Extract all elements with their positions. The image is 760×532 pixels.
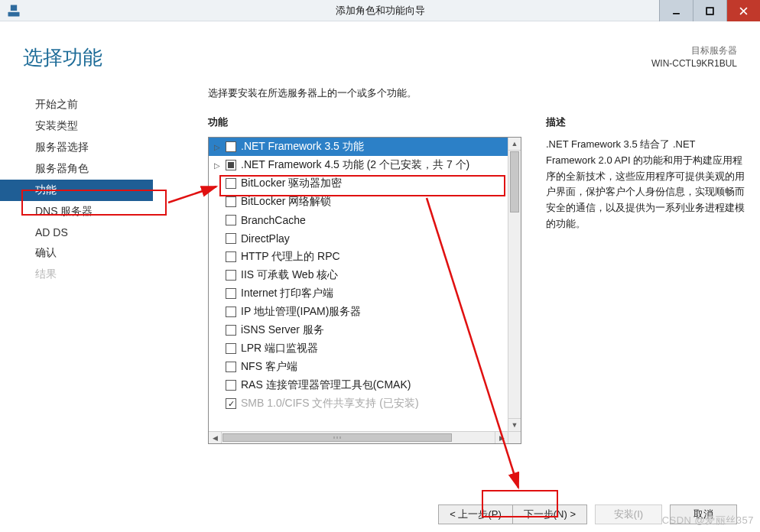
- back-button[interactable]: < 上一步(P): [438, 504, 513, 524]
- step-item[interactable]: DNS 服务器: [0, 201, 153, 222]
- feature-checkbox[interactable]: [226, 178, 236, 189]
- instruction-text: 选择要安装在所选服务器上的一个或多个功能。: [208, 86, 745, 100]
- target-server-label: 目标服务器: [651, 44, 737, 57]
- cancel-button[interactable]: 取消: [670, 504, 737, 524]
- feature-checkbox[interactable]: [226, 288, 236, 299]
- feature-item[interactable]: iSNS Server 服务: [209, 321, 508, 339]
- features-label: 功能: [208, 115, 521, 129]
- feature-item[interactable]: BitLocker 网络解锁: [209, 193, 508, 211]
- step-item[interactable]: 服务器角色: [0, 158, 153, 180]
- window-title: 添加角色和功能向导: [0, 4, 760, 18]
- minimize-button[interactable]: [659, 0, 693, 21]
- vertical-scroll-thumb[interactable]: [510, 151, 519, 212]
- feature-item[interactable]: DirectPlay: [209, 229, 508, 248]
- step-item[interactable]: 功能: [0, 180, 153, 201]
- svg-rect-1: [11, 5, 17, 11]
- horizontal-scroll-thumb[interactable]: [222, 433, 452, 442]
- feature-checkbox[interactable]: [226, 270, 236, 281]
- feature-label: HTTP 代理上的 RPC: [241, 250, 340, 264]
- feature-item[interactable]: IIS 可承载 Web 核心: [209, 266, 508, 284]
- close-button[interactable]: [726, 0, 760, 21]
- page-title: 选择功能: [23, 44, 102, 71]
- app-icon: [6, 3, 21, 18]
- feature-checkbox[interactable]: [226, 160, 236, 170]
- feature-checkbox[interactable]: [226, 325, 236, 336]
- feature-label: BranchCache: [241, 214, 306, 226]
- panel-row: 功能 ▷.NET Framework 3.5 功能▷.NET Framework…: [208, 115, 745, 444]
- feature-label: IIS 可承载 Web 核心: [241, 268, 338, 282]
- feature-checkbox[interactable]: [226, 196, 236, 207]
- description-label: 描述: [546, 115, 745, 129]
- body: 开始之前安装类型服务器选择服务器角色功能DNS 服务器AD DS确认结果 选择要…: [0, 79, 760, 444]
- page-header: 选择功能 目标服务器 WIN-CCTL9KR1BUL: [0, 21, 760, 79]
- page: 选择功能 目标服务器 WIN-CCTL9KR1BUL 开始之前安装类型服务器选择…: [0, 21, 760, 532]
- feature-checkbox[interactable]: [226, 233, 236, 244]
- feature-checkbox[interactable]: [226, 251, 236, 262]
- feature-label: NFS 客户端: [241, 360, 297, 374]
- install-button[interactable]: 安装(I): [595, 504, 662, 524]
- window-buttons: [659, 0, 760, 21]
- feature-label: .NET Framework 3.5 功能: [241, 140, 364, 154]
- target-server: 目标服务器 WIN-CCTL9KR1BUL: [651, 44, 737, 70]
- step-item: 结果: [0, 264, 153, 285]
- feature-item[interactable]: BitLocker 驱动器加密: [209, 174, 508, 193]
- feature-item[interactable]: NFS 客户端: [209, 358, 508, 376]
- scrollbar-corner: [508, 431, 521, 443]
- feature-item[interactable]: ▷.NET Framework 3.5 功能: [209, 138, 508, 156]
- feature-checkbox[interactable]: [226, 141, 236, 152]
- feature-item[interactable]: Internet 打印客户端: [209, 284, 508, 303]
- svg-rect-0: [8, 11, 20, 16]
- description-text: .NET Framework 3.5 结合了 .NET Framework 2.…: [546, 137, 745, 232]
- scroll-down-arrow[interactable]: ▼: [508, 418, 521, 431]
- feature-checkbox[interactable]: [226, 215, 236, 225]
- feature-item[interactable]: BranchCache: [209, 211, 508, 229]
- features-column: 功能 ▷.NET Framework 3.5 功能▷.NET Framework…: [208, 115, 521, 444]
- scroll-left-arrow[interactable]: ◀: [209, 432, 222, 443]
- scroll-right-arrow[interactable]: ▶: [495, 432, 508, 443]
- expand-icon[interactable]: ▷: [212, 141, 222, 152]
- features-list-inner: ▷.NET Framework 3.5 功能▷.NET Framework 4.…: [209, 138, 508, 431]
- feature-label: Internet 打印客户端: [241, 287, 333, 300]
- feature-item[interactable]: SMB 1.0/CIFS 文件共享支持 (已安装): [209, 394, 508, 413]
- step-item[interactable]: 服务器选择: [0, 137, 153, 158]
- feature-label: .NET Framework 4.5 功能 (2 个已安装，共 7 个): [241, 158, 469, 172]
- feature-label: SMB 1.0/CIFS 文件共享支持 (已安装): [241, 397, 419, 410]
- feature-checkbox[interactable]: [226, 380, 236, 391]
- feature-checkbox[interactable]: [226, 343, 236, 354]
- feature-label: BitLocker 驱动器加密: [241, 177, 342, 190]
- features-listbox[interactable]: ▷.NET Framework 3.5 功能▷.NET Framework 4.…: [208, 137, 521, 444]
- vertical-scrollbar[interactable]: ▲ ▼: [508, 138, 521, 431]
- scroll-up-arrow[interactable]: ▲: [508, 138, 521, 151]
- feature-checkbox[interactable]: [226, 398, 236, 409]
- feature-label: DirectPlay: [241, 232, 290, 245]
- feature-checkbox[interactable]: [226, 362, 236, 372]
- feature-item[interactable]: LPR 端口监视器: [209, 339, 508, 358]
- feature-item[interactable]: HTTP 代理上的 RPC: [209, 248, 508, 266]
- feature-item[interactable]: RAS 连接管理器管理工具包(CMAK): [209, 376, 508, 394]
- svg-rect-3: [706, 8, 713, 15]
- step-item[interactable]: AD DS: [0, 222, 153, 242]
- target-server-name: WIN-CCTL9KR1BUL: [651, 57, 737, 70]
- step-item[interactable]: 确认: [0, 242, 153, 264]
- feature-label: IP 地址管理(IPAM)服务器: [241, 305, 361, 319]
- feature-item[interactable]: IP 地址管理(IPAM)服务器: [209, 303, 508, 321]
- footer: < 上一步(P) 下一步(N) > 安装(I) 取消: [0, 504, 760, 524]
- feature-item[interactable]: ▷.NET Framework 4.5 功能 (2 个已安装，共 7 个): [209, 156, 508, 174]
- expand-icon[interactable]: ▷: [212, 160, 222, 170]
- horizontal-scrollbar[interactable]: ◀ ▶: [209, 431, 508, 443]
- main-panel: 选择要安装在所选服务器上的一个或多个功能。 功能 ▷.NET Framework…: [153, 79, 752, 444]
- feature-label: iSNS Server 服务: [241, 323, 324, 337]
- steps-nav: 开始之前安装类型服务器选择服务器角色功能DNS 服务器AD DS确认结果: [0, 79, 153, 444]
- feature-label: BitLocker 网络解锁: [241, 195, 331, 209]
- feature-checkbox[interactable]: [226, 307, 236, 317]
- feature-label: RAS 连接管理器管理工具包(CMAK): [241, 378, 411, 392]
- description-column: 描述 .NET Framework 3.5 结合了 .NET Framework…: [546, 115, 745, 444]
- feature-label: LPR 端口监视器: [241, 342, 318, 355]
- titlebar: 添加角色和功能向导: [0, 0, 760, 21]
- next-button[interactable]: 下一步(N) >: [513, 504, 587, 524]
- step-item[interactable]: 开始之前: [0, 94, 153, 115]
- step-item[interactable]: 安装类型: [0, 115, 153, 137]
- maximize-button[interactable]: [693, 0, 726, 21]
